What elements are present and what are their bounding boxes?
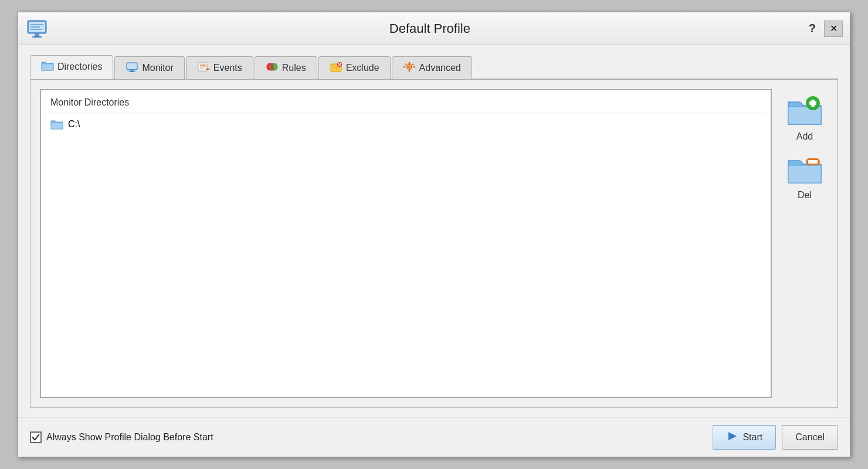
tab-rules[interactable]: Rules bbox=[255, 56, 317, 79]
svg-rect-9 bbox=[130, 70, 134, 72]
dir-list-header: Monitor Directories bbox=[46, 95, 766, 113]
dir-item-folder-icon bbox=[50, 119, 63, 130]
always-show-label: Always Show Profile Dialog Before Start bbox=[46, 432, 213, 443]
exclude-tab-icon bbox=[330, 62, 343, 74]
help-button[interactable]: ? bbox=[805, 21, 819, 36]
checkbox-area: Always Show Profile Dialog Before Start bbox=[30, 431, 703, 443]
tab-exclude[interactable]: Exclude bbox=[318, 56, 391, 79]
title-bar: Default Profile ? ✕ bbox=[18, 12, 850, 45]
tab-monitor-label: Monitor bbox=[142, 63, 173, 73]
always-show-checkbox[interactable] bbox=[30, 431, 42, 443]
app-icon bbox=[25, 17, 49, 40]
directory-list-panel: Monitor Directories C:\ bbox=[40, 89, 772, 398]
del-button-label: Del bbox=[798, 190, 812, 200]
tab-events[interactable]: Events bbox=[186, 56, 253, 79]
svg-rect-35 bbox=[809, 101, 816, 105]
monitor-tab-icon bbox=[126, 62, 138, 74]
svg-rect-8 bbox=[127, 63, 137, 69]
footer-buttons: Start Cancel bbox=[713, 425, 838, 450]
directory-item[interactable]: C:\ bbox=[46, 115, 766, 133]
folder-tab-icon bbox=[41, 60, 54, 73]
svg-rect-37 bbox=[808, 160, 818, 164]
rules-tab-icon bbox=[266, 62, 279, 74]
dialog-window: Default Profile ? ✕ Directories bbox=[18, 12, 850, 457]
dialog-title: Default Profile bbox=[55, 21, 805, 36]
svg-point-20 bbox=[270, 63, 274, 71]
svg-marker-38 bbox=[728, 432, 737, 440]
tab-monitor[interactable]: Monitor bbox=[114, 56, 184, 79]
start-play-icon bbox=[726, 430, 738, 444]
advanced-tab-icon bbox=[403, 62, 416, 74]
svg-rect-27 bbox=[408, 62, 410, 64]
add-folder-icon bbox=[786, 95, 823, 128]
title-controls: ? ✕ bbox=[805, 21, 843, 37]
tab-exclude-label: Exclude bbox=[346, 63, 379, 73]
dialog-body: Directories Monitor bbox=[18, 45, 850, 417]
start-button-label: Start bbox=[742, 432, 762, 443]
action-buttons-panel: Add Del bbox=[781, 89, 828, 398]
directory-path: C:\ bbox=[68, 119, 80, 130]
svg-rect-10 bbox=[128, 72, 135, 72]
tab-directories-label: Directories bbox=[57, 62, 102, 72]
tab-directories[interactable]: Directories bbox=[30, 55, 113, 79]
tab-rules-label: Rules bbox=[282, 63, 306, 73]
add-button-label: Add bbox=[796, 131, 813, 142]
tab-content-directories: Monitor Directories C:\ bbox=[30, 80, 838, 408]
svg-rect-32 bbox=[412, 63, 414, 66]
tab-advanced-label: Advanced bbox=[419, 63, 461, 73]
svg-rect-31 bbox=[405, 63, 407, 66]
add-directory-button[interactable]: Add bbox=[786, 95, 823, 142]
svg-rect-3 bbox=[32, 36, 42, 38]
dialog-footer: Always Show Profile Dialog Before Start … bbox=[18, 417, 850, 457]
svg-rect-29 bbox=[404, 66, 405, 68]
svg-rect-2 bbox=[35, 33, 39, 36]
svg-point-26 bbox=[408, 66, 411, 68]
events-tab-icon bbox=[197, 62, 210, 74]
close-button[interactable]: ✕ bbox=[824, 21, 843, 37]
svg-rect-28 bbox=[408, 70, 410, 72]
svg-rect-30 bbox=[413, 66, 415, 68]
del-folder-icon bbox=[786, 154, 823, 186]
start-button[interactable]: Start bbox=[713, 425, 776, 450]
tab-advanced[interactable]: Advanced bbox=[392, 56, 472, 79]
del-directory-button[interactable]: Del bbox=[786, 154, 823, 200]
tab-bar: Directories Monitor bbox=[30, 55, 838, 80]
tab-events-label: Events bbox=[213, 63, 242, 73]
cancel-button[interactable]: Cancel bbox=[782, 425, 838, 450]
